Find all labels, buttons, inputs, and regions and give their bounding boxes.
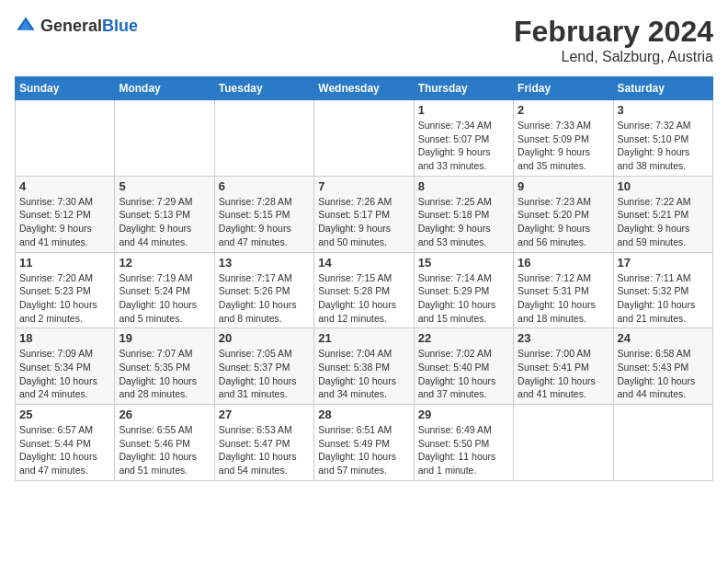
day-info: Sunrise: 6:58 AMSunset: 5:43 PMDaylight:… [618,347,709,401]
table-row: 11Sunrise: 7:20 AMSunset: 5:23 PMDayligh… [16,252,115,328]
calendar-week-row: 1Sunrise: 7:34 AMSunset: 5:07 PMDaylight… [16,100,713,177]
table-row: 15Sunrise: 7:14 AMSunset: 5:29 PMDayligh… [414,252,513,328]
day-info: Sunrise: 6:49 AMSunset: 5:50 PMDaylight:… [418,423,509,477]
day-info: Sunrise: 6:53 AMSunset: 5:47 PMDaylight:… [219,423,310,477]
table-row: 16Sunrise: 7:12 AMSunset: 5:31 PMDayligh… [514,252,613,328]
day-number: 12 [119,256,210,270]
table-row: 4Sunrise: 7:30 AMSunset: 5:12 PMDaylight… [16,176,115,252]
table-row: 3Sunrise: 7:32 AMSunset: 5:10 PMDaylight… [613,100,712,177]
day-info: Sunrise: 7:04 AMSunset: 5:38 PMDaylight:… [318,347,409,401]
day-info: Sunrise: 7:05 AMSunset: 5:37 PMDaylight:… [219,347,310,401]
day-number: 8 [418,179,509,193]
day-info: Sunrise: 7:12 AMSunset: 5:31 PMDaylight:… [518,271,609,326]
day-info: Sunrise: 6:55 AMSunset: 5:46 PMDaylight:… [119,423,210,477]
day-number: 25 [19,408,110,421]
table-row [514,405,613,481]
day-number: 1 [418,103,509,117]
day-info: Sunrise: 7:23 AMSunset: 5:20 PMDaylight:… [518,195,609,249]
table-row: 18Sunrise: 7:09 AMSunset: 5:34 PMDayligh… [16,328,115,405]
table-row: 19Sunrise: 7:07 AMSunset: 5:35 PMDayligh… [115,328,214,405]
day-info: Sunrise: 6:51 AMSunset: 5:49 PMDaylight:… [318,423,409,477]
day-info: Sunrise: 7:32 AMSunset: 5:10 PMDaylight:… [618,119,709,173]
day-number: 6 [219,179,310,193]
day-info: Sunrise: 7:19 AMSunset: 5:24 PMDaylight:… [119,271,210,326]
header-monday: Monday [115,77,214,100]
calendar-week-row: 18Sunrise: 7:09 AMSunset: 5:34 PMDayligh… [16,328,713,405]
day-info: Sunrise: 7:15 AMSunset: 5:28 PMDaylight:… [318,271,409,326]
table-row: 1Sunrise: 7:34 AMSunset: 5:07 PMDaylight… [414,100,513,177]
header-thursday: Thursday [414,77,513,100]
calendar-week-row: 4Sunrise: 7:30 AMSunset: 5:12 PMDaylight… [16,176,713,252]
table-row: 28Sunrise: 6:51 AMSunset: 5:49 PMDayligh… [314,405,414,481]
table-row: 8Sunrise: 7:25 AMSunset: 5:18 PMDaylight… [414,176,513,252]
table-row [613,405,712,481]
day-info: Sunrise: 7:25 AMSunset: 5:18 PMDaylight:… [418,195,509,249]
day-info: Sunrise: 7:28 AMSunset: 5:15 PMDaylight:… [219,195,310,249]
table-row: 20Sunrise: 7:05 AMSunset: 5:37 PMDayligh… [214,328,313,405]
calendar-title: February 2024 [514,15,713,49]
table-row: 2Sunrise: 7:33 AMSunset: 5:09 PMDaylight… [514,100,613,177]
table-row: 5Sunrise: 7:29 AMSunset: 5:13 PMDaylight… [115,176,214,252]
day-info: Sunrise: 7:02 AMSunset: 5:40 PMDaylight:… [418,347,509,401]
table-row [115,100,214,177]
day-number: 13 [219,256,310,270]
table-row [314,100,414,177]
page-header: GeneralBlue February 2024 Lend, Salzburg… [15,15,713,65]
day-number: 21 [318,331,409,345]
table-row: 14Sunrise: 7:15 AMSunset: 5:28 PMDayligh… [314,252,414,328]
logo-blue: Blue [102,17,138,35]
title-block: February 2024 Lend, Salzburg, Austria [514,15,713,65]
logo: GeneralBlue [15,15,138,37]
table-row: 12Sunrise: 7:19 AMSunset: 5:24 PMDayligh… [115,252,214,328]
table-row: 25Sunrise: 6:57 AMSunset: 5:44 PMDayligh… [16,405,115,481]
day-info: Sunrise: 7:17 AMSunset: 5:26 PMDaylight:… [219,271,310,326]
logo-icon [15,15,37,37]
day-number: 29 [418,408,509,421]
day-number: 18 [19,331,110,345]
day-number: 2 [518,103,609,117]
day-number: 23 [518,331,609,345]
table-row: 10Sunrise: 7:22 AMSunset: 5:21 PMDayligh… [613,176,712,252]
table-row: 13Sunrise: 7:17 AMSunset: 5:26 PMDayligh… [214,252,313,328]
day-info: Sunrise: 7:00 AMSunset: 5:41 PMDaylight:… [518,347,609,401]
day-number: 27 [219,408,310,421]
table-row: 21Sunrise: 7:04 AMSunset: 5:38 PMDayligh… [314,328,414,405]
day-info: Sunrise: 7:20 AMSunset: 5:23 PMDaylight:… [19,271,110,326]
day-number: 3 [618,103,709,117]
table-row: 17Sunrise: 7:11 AMSunset: 5:32 PMDayligh… [613,252,712,328]
day-info: Sunrise: 7:34 AMSunset: 5:07 PMDaylight:… [418,119,509,173]
table-row: 26Sunrise: 6:55 AMSunset: 5:46 PMDayligh… [115,405,214,481]
calendar-subtitle: Lend, Salzburg, Austria [514,49,713,65]
day-number: 10 [618,179,709,193]
header-wednesday: Wednesday [314,77,414,100]
day-number: 24 [618,331,709,345]
day-info: Sunrise: 7:22 AMSunset: 5:21 PMDaylight:… [618,195,709,249]
day-info: Sunrise: 7:11 AMSunset: 5:32 PMDaylight:… [618,271,709,326]
day-number: 5 [119,179,210,193]
logo-general: General [40,17,102,35]
calendar-table: Sunday Monday Tuesday Wednesday Thursday… [15,76,713,481]
table-row: 24Sunrise: 6:58 AMSunset: 5:43 PMDayligh… [613,328,712,405]
day-number: 11 [19,256,110,270]
day-number: 22 [418,331,509,345]
table-row: 22Sunrise: 7:02 AMSunset: 5:40 PMDayligh… [414,328,513,405]
day-number: 4 [19,179,110,193]
table-row [16,100,115,177]
day-number: 7 [318,179,409,193]
day-number: 15 [418,256,509,270]
day-number: 14 [318,256,409,270]
calendar-week-row: 25Sunrise: 6:57 AMSunset: 5:44 PMDayligh… [16,405,713,481]
day-info: Sunrise: 7:30 AMSunset: 5:12 PMDaylight:… [19,195,110,249]
header-tuesday: Tuesday [214,77,313,100]
table-row: 9Sunrise: 7:23 AMSunset: 5:20 PMDaylight… [514,176,613,252]
day-number: 17 [618,256,709,270]
header-friday: Friday [514,77,613,100]
table-row: 6Sunrise: 7:28 AMSunset: 5:15 PMDaylight… [214,176,313,252]
day-info: Sunrise: 7:26 AMSunset: 5:17 PMDaylight:… [318,195,409,249]
header-sunday: Sunday [16,77,115,100]
day-info: Sunrise: 7:29 AMSunset: 5:13 PMDaylight:… [119,195,210,249]
table-row: 27Sunrise: 6:53 AMSunset: 5:47 PMDayligh… [214,405,313,481]
table-row: 29Sunrise: 6:49 AMSunset: 5:50 PMDayligh… [414,405,513,481]
table-row: 7Sunrise: 7:26 AMSunset: 5:17 PMDaylight… [314,176,414,252]
day-info: Sunrise: 7:33 AMSunset: 5:09 PMDaylight:… [518,119,609,173]
